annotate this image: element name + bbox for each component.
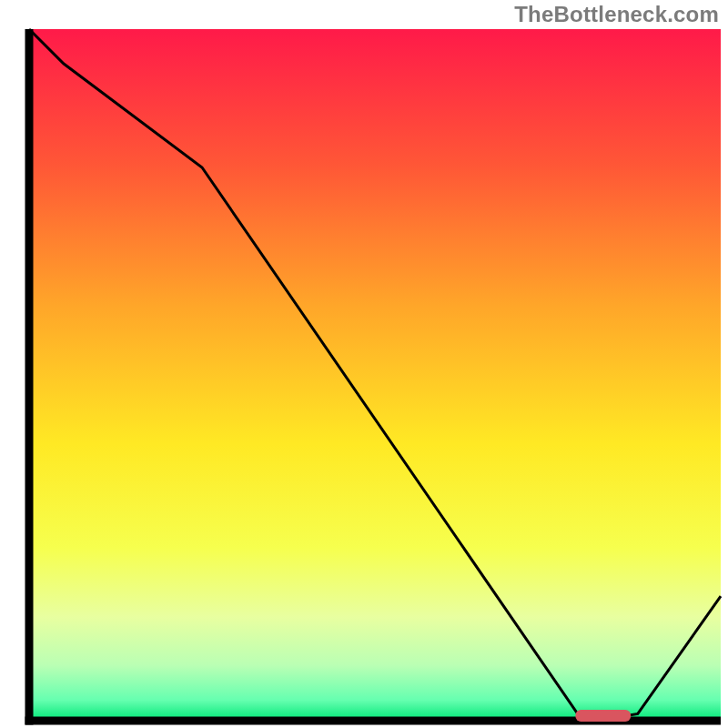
optimal-range-marker	[575, 710, 631, 722]
chart-container: TheBottleneck.com	[0, 0, 728, 728]
chart-gradient-background	[29, 29, 721, 721]
watermark-text: TheBottleneck.com	[514, 2, 719, 27]
bottleneck-chart	[0, 0, 728, 728]
